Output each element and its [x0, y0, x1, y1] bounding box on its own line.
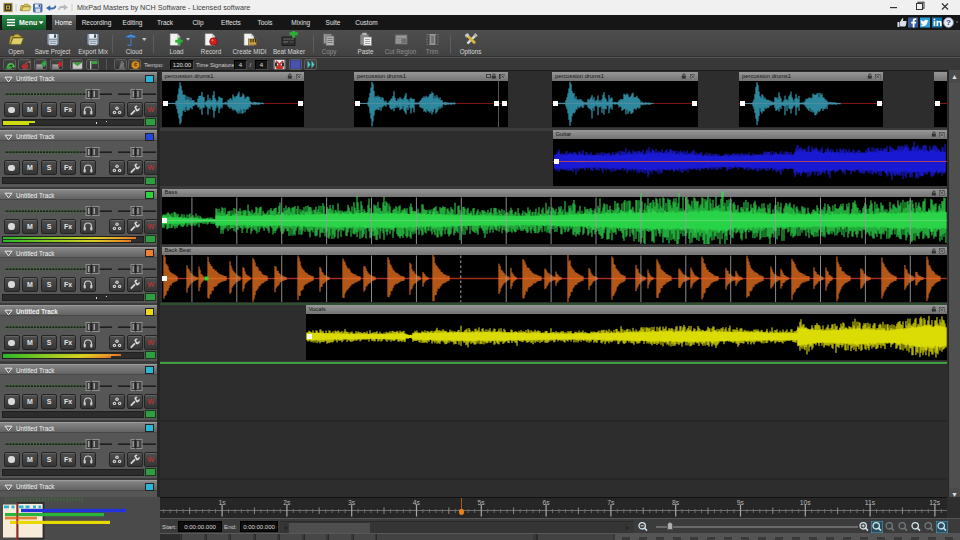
- svg-text:¢: ¢: [134, 61, 138, 68]
- svg-text:?: ?: [946, 18, 951, 27]
